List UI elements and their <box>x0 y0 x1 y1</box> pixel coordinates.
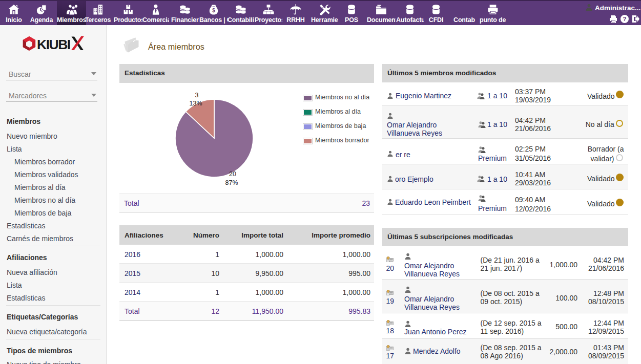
svg-text:KIUBI: KIUBI <box>37 37 70 52</box>
svg-text:$: $ <box>212 8 215 13</box>
svg-text:?: ? <box>623 16 626 22</box>
